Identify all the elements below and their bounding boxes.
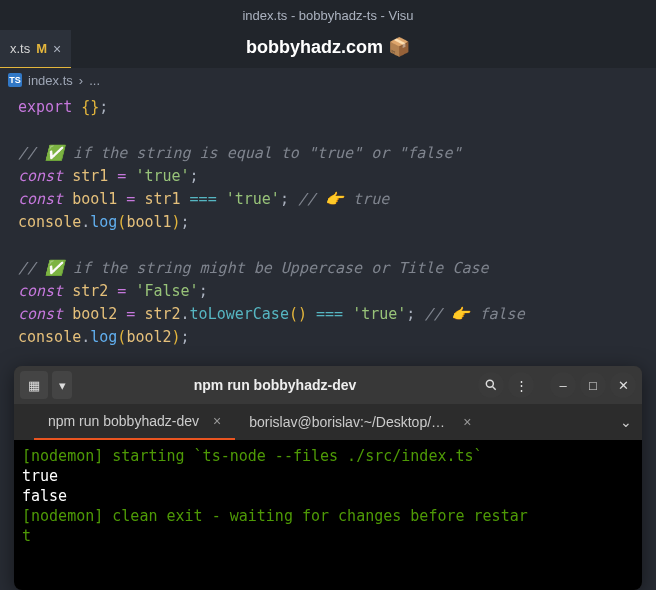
- menu-icon[interactable]: ⋮: [508, 372, 534, 398]
- breadcrumb[interactable]: TS index.ts › ...: [0, 68, 656, 92]
- terminal-title-bar: ▦ ▾ npm run bobbyhadz-dev ⋮ – □ ✕: [14, 366, 642, 404]
- chevron-down-icon[interactable]: ⌄: [620, 414, 632, 430]
- close-icon[interactable]: ×: [213, 413, 221, 429]
- terminal-output[interactable]: [nodemon] starting `ts-node --files ./sr…: [14, 440, 642, 590]
- dropdown-button[interactable]: ▾: [52, 371, 72, 399]
- window-title: index.ts - bobbyhadz-ts - Visu: [242, 8, 413, 23]
- terminal-tab-2[interactable]: borislav@borislav:~/Desktop/b… ×: [235, 404, 485, 440]
- typescript-icon: TS: [8, 73, 22, 87]
- terminal-tabs: npm run bobbyhadz-dev × borislav@borisla…: [14, 404, 642, 440]
- page-watermark: bobbyhadz.com 📦: [246, 36, 410, 58]
- svg-line-1: [492, 386, 495, 389]
- close-button[interactable]: ✕: [610, 372, 636, 398]
- tab-modified-indicator: M: [36, 41, 47, 56]
- terminal-window: ▦ ▾ npm run bobbyhadz-dev ⋮ – □ ✕ npm ru…: [14, 366, 642, 590]
- editor-tab-bar: x.ts M × bobbyhadz.com 📦: [0, 30, 656, 68]
- breadcrumb-file: index.ts: [28, 73, 73, 88]
- new-tab-button[interactable]: ▦: [20, 371, 48, 399]
- window-title-bar: index.ts - bobbyhadz-ts - Visu: [0, 0, 656, 30]
- close-icon[interactable]: ×: [463, 414, 471, 430]
- output-line: [nodemon] clean exit - waiting for chang…: [22, 506, 634, 526]
- terminal-title: npm run bobbyhadz-dev: [76, 377, 474, 393]
- tab-filename: x.ts: [10, 41, 30, 56]
- output-line: [nodemon] starting `ts-node --files ./sr…: [22, 446, 634, 466]
- output-line: t: [22, 526, 634, 546]
- output-line: false: [22, 486, 634, 506]
- editor-tab-index[interactable]: x.ts M ×: [0, 30, 71, 68]
- search-icon[interactable]: [478, 372, 504, 398]
- chevron-right-icon: ›: [79, 73, 83, 88]
- maximize-button[interactable]: □: [580, 372, 606, 398]
- output-line: true: [22, 466, 634, 486]
- terminal-tab-1[interactable]: npm run bobbyhadz-dev ×: [34, 404, 235, 440]
- breadcrumb-ellipsis: ...: [89, 73, 100, 88]
- minimize-button[interactable]: –: [550, 372, 576, 398]
- code-editor[interactable]: export {}; // ✅ if the string is equal t…: [0, 92, 656, 353]
- close-icon[interactable]: ×: [53, 41, 61, 57]
- svg-point-0: [486, 380, 493, 387]
